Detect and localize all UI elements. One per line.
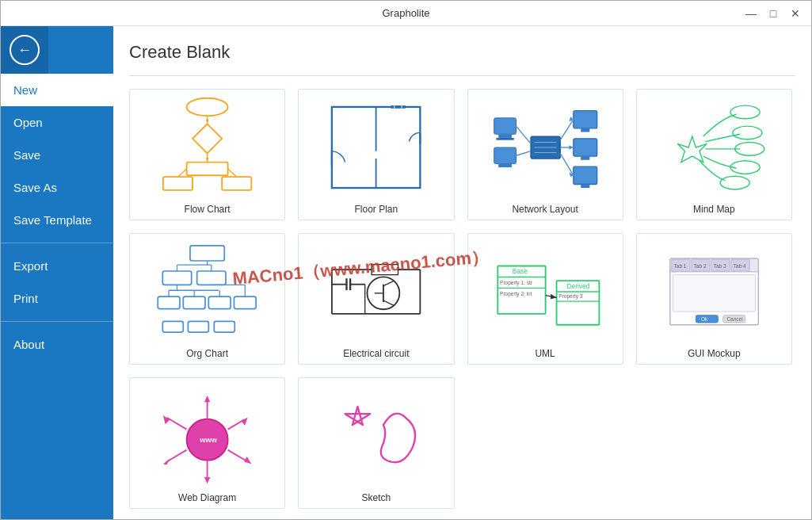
svg-line-38	[560, 153, 574, 175]
mind-map-label: Mind Map	[693, 204, 735, 215]
svg-line-86	[383, 300, 395, 306]
maximize-button[interactable]: □	[764, 4, 783, 23]
sketch-label: Sketch	[362, 492, 391, 503]
electrical-circuit-preview	[305, 240, 447, 343]
svg-point-0	[187, 98, 228, 116]
svg-point-47	[720, 176, 749, 189]
diagram-card-sketch[interactable]: Sketch	[298, 377, 454, 509]
svg-rect-19	[494, 118, 516, 134]
sidebar-item-open[interactable]: Open	[1, 106, 113, 139]
svg-rect-3	[163, 177, 193, 190]
svg-rect-2	[187, 162, 228, 176]
web-diagram-preview: www	[136, 384, 278, 488]
svg-line-7	[177, 169, 186, 177]
minimize-button[interactable]: —	[741, 4, 761, 23]
svg-rect-51	[158, 296, 180, 309]
sidebar-item-new[interactable]: New	[1, 74, 113, 106]
svg-text:Cancel: Cancel	[726, 316, 743, 322]
svg-marker-42	[677, 136, 707, 162]
svg-rect-28	[573, 111, 597, 128]
diagram-card-mind-map[interactable]: Mind Map	[636, 89, 792, 220]
content-title: Create Blank	[129, 42, 795, 63]
flow-chart-label: Flow Chart	[185, 204, 231, 215]
svg-rect-50	[197, 271, 226, 285]
diagram-card-network-layout[interactable]: Network Layout	[467, 89, 623, 220]
svg-marker-9	[206, 120, 209, 124]
sketch-preview	[305, 384, 447, 488]
sidebar-item-save-template[interactable]: Save Template	[1, 204, 113, 236]
electrical-circuit-label: Electrical circuit	[343, 348, 409, 359]
back-icon: ←	[10, 35, 40, 65]
diagram-card-org-chart[interactable]: Org Chart	[129, 233, 285, 365]
svg-rect-33	[581, 184, 589, 188]
gui-mockup-preview: Tab 1 Tab 2 Tab 3 Tab 4 Ok Cancel	[643, 240, 785, 343]
diagram-card-gui-mockup[interactable]: Tab 1 Tab 2 Tab 3 Tab 4 Ok Cancel	[636, 233, 792, 365]
app-window: Grapholite — □ ✕ ← New Open Save Save As	[0, 0, 812, 520]
floor-plan-preview	[305, 96, 447, 199]
svg-marker-100	[551, 294, 556, 300]
svg-text:Property 3: Property 3	[558, 293, 582, 300]
svg-rect-48	[190, 246, 224, 261]
svg-rect-4	[222, 177, 251, 190]
sidebar-item-export[interactable]: Export	[1, 250, 113, 282]
diagram-card-electrical-circuit[interactable]: Electrical circuit	[298, 233, 454, 365]
mind-map-preview	[643, 96, 785, 199]
main-content: ← New Open Save Save As Save Template Ex…	[1, 26, 811, 519]
diagram-card-flow-chart[interactable]: Flow Chart	[129, 89, 285, 220]
svg-text:Tab 2: Tab 2	[693, 263, 706, 269]
svg-point-43	[730, 105, 760, 119]
svg-rect-57	[214, 321, 234, 332]
svg-rect-54	[234, 296, 256, 309]
svg-rect-53	[208, 296, 231, 309]
window-controls: — □ ✕	[741, 4, 805, 23]
svg-marker-129	[163, 415, 170, 424]
diagram-card-web-diagram[interactable]: www	[129, 377, 285, 509]
svg-line-85	[383, 281, 395, 286]
svg-line-35	[516, 151, 531, 156]
back-button[interactable]: ←	[1, 26, 48, 74]
sidebar-item-about[interactable]: About	[1, 328, 113, 361]
svg-line-36	[560, 120, 574, 140]
svg-text:Property 1: str: Property 1: str	[500, 280, 533, 286]
svg-line-122	[228, 450, 248, 462]
org-chart-label: Org Chart	[186, 348, 228, 359]
uml-label: UML	[535, 348, 555, 359]
svg-line-128	[167, 418, 187, 430]
svg-rect-76	[372, 265, 398, 275]
svg-rect-20	[498, 134, 512, 138]
svg-rect-55	[162, 321, 183, 332]
svg-marker-121	[241, 418, 247, 426]
sidebar-item-save-as[interactable]: Save As	[1, 171, 113, 204]
svg-rect-22	[494, 147, 516, 163]
close-button[interactable]: ✕	[786, 4, 805, 23]
svg-marker-40	[569, 145, 574, 150]
svg-marker-127	[163, 459, 170, 465]
sidebar-item-save[interactable]: Save	[1, 139, 113, 171]
org-chart-preview	[136, 240, 278, 343]
uml-preview: Base Property 1: str Property 2: int Der…	[475, 240, 616, 343]
svg-text:Property 2: int: Property 2: int	[500, 291, 532, 297]
sidebar-item-print[interactable]: Print	[1, 282, 113, 315]
svg-rect-32	[573, 166, 597, 184]
svg-rect-23	[498, 163, 512, 167]
web-diagram-label: Web Diagram	[178, 492, 236, 503]
content-area: Create Blank	[113, 26, 811, 519]
svg-marker-125	[204, 477, 210, 484]
flow-chart-preview	[136, 96, 278, 199]
svg-marker-1	[193, 124, 222, 153]
svg-text:www: www	[199, 436, 217, 444]
svg-text:Base: Base	[512, 267, 527, 275]
diagrams-scroll[interactable]: Flow Chart	[129, 89, 795, 511]
network-layout-label: Network Layout	[512, 204, 578, 215]
svg-text:Tab 3: Tab 3	[713, 263, 726, 269]
svg-rect-21	[496, 138, 513, 140]
svg-line-34	[516, 126, 531, 143]
svg-marker-119	[204, 396, 210, 402]
diagram-card-uml[interactable]: Base Property 1: str Property 2: int Der…	[467, 233, 623, 365]
svg-rect-30	[573, 139, 597, 156]
gui-mockup-label: GUI Mockup	[688, 348, 741, 359]
svg-text:Tab 1: Tab 1	[673, 263, 686, 269]
svg-text:Tab 4: Tab 4	[734, 263, 746, 269]
title-bar: Grapholite — □ ✕	[1, 1, 811, 26]
diagram-card-floor-plan[interactable]: Floor Plan	[298, 89, 454, 220]
